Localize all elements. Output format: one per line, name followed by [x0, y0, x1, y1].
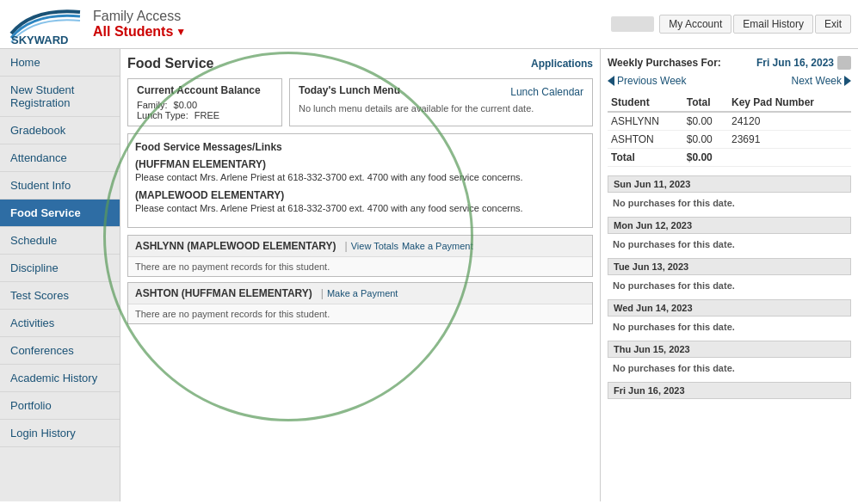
- date-section: Sun Jun 11, 2023No purchases for this da…: [608, 175, 851, 212]
- date-content: No purchases for this date.: [608, 236, 851, 253]
- calendar-icon[interactable]: [837, 56, 851, 70]
- chevron-down-icon: ▼: [176, 26, 186, 38]
- student-section: ASHLYNN (MAPLEWOOD ELEMENTARY)|View Tota…: [127, 235, 593, 277]
- weekly-date: Fri Jun 16, 2023: [756, 56, 851, 70]
- student-section: ASHTON (HUFFMAN ELEMENTARY)|Make a Payme…: [127, 282, 593, 324]
- col-keypad: Key Pad Number: [728, 94, 851, 112]
- date-header: Thu Jun 15, 2023: [608, 341, 851, 358]
- food-service-title: Food Service: [127, 56, 213, 71]
- family-balance-row: Family: $0.00: [137, 100, 273, 110]
- sidebar-item-portfolio[interactable]: Portfolio: [0, 392, 120, 420]
- view-totals-link[interactable]: View Totals: [351, 241, 398, 251]
- app-title: Family Access: [93, 9, 186, 24]
- sidebar-item-discipline[interactable]: Discipline: [0, 255, 120, 282]
- sidebar-item-food-service[interactable]: Food Service: [0, 200, 120, 227]
- my-account-button[interactable]: My Account: [659, 15, 731, 34]
- sidebar-item-attendance[interactable]: Attendance: [0, 144, 120, 172]
- pipe-separator: |: [321, 287, 324, 299]
- weekly-purchases-title: Weekly Purchases For:: [608, 57, 721, 69]
- date-content: No purchases for this date.: [608, 318, 851, 335]
- exit-button[interactable]: Exit: [815, 15, 851, 34]
- previous-week-button[interactable]: Previous Week: [608, 75, 686, 87]
- school-message: Please contact Mrs. Arlene Priest at 618…: [135, 203, 585, 213]
- week-nav: Previous Week Next Week: [608, 75, 851, 87]
- col-student: Student: [608, 94, 683, 112]
- next-week-button[interactable]: Next Week: [792, 75, 851, 87]
- app-title-area: Family Access All Students ▼: [93, 9, 186, 40]
- date-header: Sun Jun 11, 2023: [608, 175, 851, 193]
- cell-keypad: 24120: [728, 112, 851, 131]
- table-row: ASHTON$0.0023691: [608, 131, 851, 149]
- student-links: |Make a Payment: [319, 287, 400, 299]
- table-row: ASHLYNN$0.0024120: [608, 112, 851, 131]
- col-total: Total: [683, 94, 728, 112]
- purchases-tbody: ASHLYNN$0.0024120ASHTON$0.0023691Total$0…: [608, 112, 851, 167]
- date-header: Wed Jun 14, 2023: [608, 299, 851, 317]
- messages-section: Food Service Messages/Links (HUFFMAN ELE…: [127, 133, 593, 228]
- student-links: |View TotalsMake a Payment: [343, 240, 475, 252]
- total-empty: [728, 149, 851, 167]
- cell-total: $0.00: [683, 112, 728, 131]
- logo-area: SKYWARD Family Access All Students ▼: [7, 3, 186, 45]
- sidebar-item-login-history[interactable]: Login History: [0, 420, 120, 447]
- lunch-menu-title: Today's Lunch Menu: [299, 84, 400, 96]
- sidebar-item-activities[interactable]: Activities: [0, 310, 120, 337]
- lunch-menu-box: Today's Lunch Menu Lunch Calendar No lun…: [289, 78, 593, 126]
- sidebar-item-home[interactable]: Home: [0, 49, 120, 77]
- date-section: Thu Jun 15, 2023No purchases for this da…: [608, 341, 851, 377]
- purchases-table: Student Total Key Pad Number ASHLYNN$0.0…: [608, 94, 851, 167]
- header: SKYWARD Family Access All Students ▼ My …: [0, 0, 858, 49]
- applications-link[interactable]: Applications: [531, 58, 593, 70]
- date-header: Tue Jun 13, 2023: [608, 258, 851, 275]
- current-balance-title: Current Account Balance: [137, 84, 273, 96]
- students-list: ASHLYNN (MAPLEWOOD ELEMENTARY)|View Tota…: [127, 235, 593, 324]
- total-value: $0.00: [683, 149, 728, 167]
- lunch-calendar-link[interactable]: Lunch Calendar: [510, 86, 583, 98]
- date-section: Fri Jun 16, 2023: [608, 382, 851, 399]
- school-message: Please contact Mrs. Arlene Priest at 618…: [135, 172, 585, 182]
- sidebar-item-new-student-registration[interactable]: New Student Registration: [0, 77, 120, 117]
- main-content: Food Service Applications Current Accoun…: [120, 49, 600, 501]
- account-avatar: [611, 16, 654, 32]
- food-top-boxes: Current Account Balance Family: $0.00 Lu…: [127, 78, 593, 126]
- date-content: No purchases for this date.: [608, 360, 851, 377]
- pipe-separator: |: [345, 240, 348, 252]
- right-panel: Weekly Purchases For: Fri Jun 16, 2023 P…: [600, 49, 858, 501]
- no-records-message: There are no payment records for this st…: [128, 304, 592, 323]
- table-header-row: Student Total Key Pad Number: [608, 94, 851, 112]
- lunch-menu-message: No lunch menu details are available for …: [299, 103, 583, 114]
- student-header: ASHTON (HUFFMAN ELEMENTARY)|Make a Payme…: [128, 283, 592, 304]
- student-name: ASHTON (HUFFMAN ELEMENTARY): [135, 287, 312, 299]
- cell-name: ASHLYNN: [608, 112, 683, 131]
- current-balance-box: Current Account Balance Family: $0.00 Lu…: [127, 78, 282, 126]
- date-section: Wed Jun 14, 2023No purchases for this da…: [608, 299, 851, 335]
- messages-title: Food Service Messages/Links: [135, 141, 585, 153]
- make-a-payment-link[interactable]: Make a Payment: [402, 241, 473, 251]
- date-sections: Sun Jun 11, 2023No purchases for this da…: [608, 175, 851, 399]
- total-label: Total: [608, 149, 683, 167]
- weekly-purchases-header: Weekly Purchases For: Fri Jun 16, 2023: [608, 56, 851, 70]
- lunch-type-row: Lunch Type: FREE: [137, 110, 273, 120]
- school-name: (MAPLEWOOD ELEMENTARY): [135, 189, 585, 201]
- skyward-logo: SKYWARD: [7, 3, 84, 45]
- arrow-right-icon: [844, 76, 851, 86]
- email-history-button[interactable]: Email History: [733, 15, 813, 34]
- sidebar-item-academic-history[interactable]: Academic History: [0, 365, 120, 392]
- student-header: ASHLYNN (MAPLEWOOD ELEMENTARY)|View Tota…: [128, 236, 592, 257]
- date-header: Mon Jun 12, 2023: [608, 217, 851, 234]
- layout: HomeNew Student RegistrationGradebookAtt…: [0, 49, 858, 501]
- school-name: (HUFFMAN ELEMENTARY): [135, 158, 585, 170]
- all-students-button[interactable]: All Students ▼: [93, 24, 186, 40]
- date-section: Tue Jun 13, 2023No purchases for this da…: [608, 258, 851, 294]
- no-records-message: There are no payment records for this st…: [128, 257, 592, 276]
- sidebar-item-test-scores[interactable]: Test Scores: [0, 282, 120, 310]
- date-content: No purchases for this date.: [608, 277, 851, 294]
- sidebar-item-conferences[interactable]: Conferences: [0, 337, 120, 365]
- date-header: Fri Jun 16, 2023: [608, 382, 851, 399]
- sidebar-item-student-info[interactable]: Student Info: [0, 172, 120, 200]
- student-name: ASHLYNN (MAPLEWOOD ELEMENTARY): [135, 240, 336, 252]
- make-a-payment-link[interactable]: Make a Payment: [327, 288, 398, 298]
- sidebar-item-schedule[interactable]: Schedule: [0, 227, 120, 255]
- sidebar-item-gradebook[interactable]: Gradebook: [0, 117, 120, 144]
- header-nav: My Account Email History Exit: [611, 15, 851, 34]
